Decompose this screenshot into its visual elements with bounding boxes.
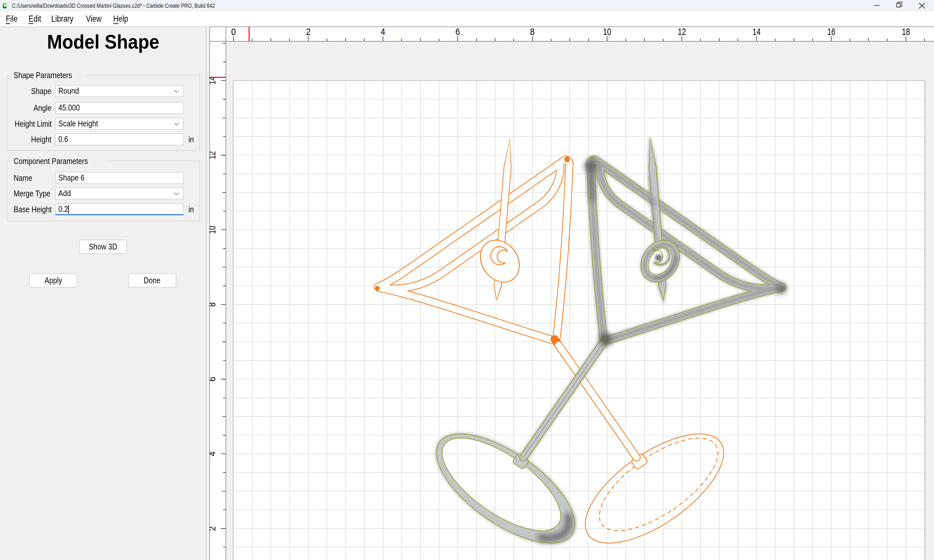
svg-text:12: 12 xyxy=(678,26,686,37)
svg-text:16: 16 xyxy=(827,26,835,37)
svg-text:0: 0 xyxy=(231,26,236,37)
svg-text:2: 2 xyxy=(306,26,310,37)
svg-text:8: 8 xyxy=(530,26,535,37)
svg-text:6: 6 xyxy=(210,377,217,382)
svg-text:10: 10 xyxy=(210,226,217,234)
svg-text:12: 12 xyxy=(210,151,217,159)
svg-text:6: 6 xyxy=(455,26,460,37)
svg-text:8: 8 xyxy=(210,302,217,307)
svg-text:4: 4 xyxy=(381,26,385,37)
svg-text:14: 14 xyxy=(752,26,760,37)
svg-text:4: 4 xyxy=(210,452,217,456)
svg-text:18: 18 xyxy=(902,26,910,37)
svg-text:2: 2 xyxy=(210,526,217,531)
svg-text:10: 10 xyxy=(603,26,611,37)
